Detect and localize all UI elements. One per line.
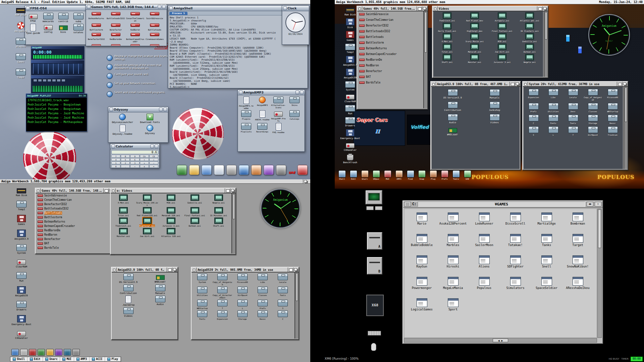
- drawer-file-icon[interactable]: .backdrop: [112, 295, 144, 306]
- x68-tower-icon[interactable]: X68: [366, 295, 384, 316]
- drawer-file-icon[interactable]: Videos: [474, 112, 516, 124]
- drawer-file-icon[interactable]: DirOpus4: [232, 286, 253, 299]
- vertical-scrollbar[interactable]: [294, 273, 299, 339]
- x68-titlebar[interactable]: C: ¥GAMES: [403, 201, 602, 208]
- calculator-key[interactable]: 4: [111, 158, 120, 161]
- drawer-file-icon[interactable]: Rexxc: [603, 113, 623, 124]
- drawer-file-icon[interactable]: S: [273, 299, 293, 309]
- videos-titlebar[interactable]: o: Videos: [111, 188, 235, 193]
- file-icon[interactable]: config: [41, 23, 56, 35]
- x68-program-icon[interactable]: Marbles: [437, 233, 469, 254]
- desktop-icon[interactable]: AmigaOS39: [337, 68, 363, 79]
- playlist-entry[interactable]: PedrJazzCat Pacyma - Boogietown: [26, 107, 87, 111]
- desktop-icon[interactable]: AmigaOS3.9: [337, 55, 363, 66]
- disk-image-icon[interactable]: BatmanReturns: [87, 10, 106, 21]
- x68-program-icon[interactable]: AResshaDeIkou: [562, 276, 593, 297]
- vertical-scrollbar[interactable]: [231, 193, 235, 253]
- playlist-entry[interactable]: 17976155301043_track.wav: [26, 98, 87, 103]
- calculator-key[interactable]: 6: [130, 158, 139, 161]
- setup-item[interactable]: Select and install contributed programs.: [107, 91, 170, 97]
- playlist-entry[interactable]: PedrJazzCat Pacyma - Jazd Machine: [26, 116, 87, 120]
- x68-program-icon[interactable]: Simulators: [500, 276, 531, 297]
- drive-select-label[interactable]: C:: [412, 201, 416, 207]
- zoom-button[interactable]: [150, 144, 154, 148]
- drawer-file-icon[interactable]: T: [212, 299, 232, 309]
- depth-gadget[interactable]: [172, 267, 177, 272]
- amigaamp-main-window[interactable]: AmigaAMP 0:00:00: [31, 46, 85, 60]
- desktop-icon[interactable]: BenchTrash: [337, 153, 363, 164]
- game-list-item[interactable]: Benefactor: [36, 237, 109, 241]
- drawer-file-icon[interactable]: Picasso96: [232, 273, 253, 286]
- game-list-item[interactable]: Battlestorm: [36, 215, 109, 220]
- video-file-icon[interactable]: Shaft.avi: [207, 217, 230, 227]
- video-file-icon[interactable]: Titan.avi: [433, 43, 461, 53]
- scrollbar-thumb[interactable]: [598, 209, 601, 248]
- bl-videos-window[interactable]: o: Videos X-Men.avi Scary_Movie_144.avi: [110, 188, 236, 255]
- playback-controls[interactable]: [31, 78, 84, 82]
- video-file-icon[interactable]: X-Men.avi: [433, 32, 461, 43]
- file-icon[interactable]: AmigaAMP3: [254, 96, 270, 109]
- game-list-item[interactable]: BatmanReturns: [36, 220, 109, 224]
- x68-program-icon[interactable]: SnowNaKibun!: [562, 254, 593, 276]
- desktop-icon[interactable]: Run: [337, 105, 363, 115]
- drawer-file-icon[interactable]: Prefs: [524, 101, 543, 113]
- window-arrows-button[interactable]: [587, 202, 593, 206]
- panel-button[interactable]: [366, 206, 374, 210]
- depth-button[interactable]: [162, 5, 166, 9]
- video-file-icon[interactable]: Scary_Movie.avi: [461, 32, 488, 43]
- launcher-item[interactable]: ACII: [90, 357, 105, 361]
- dock-item[interactable]: Unarc: [360, 170, 370, 180]
- calculator-titlebar[interactable]: Calculator: [110, 144, 159, 149]
- file-icon[interactable]: Playlists: [238, 122, 254, 133]
- video-file-icon[interactable]: MIB.avi: [488, 32, 516, 43]
- file-icon[interactable]: Skins: [286, 96, 303, 109]
- launcher-item[interactable]: AMP3: [74, 357, 90, 361]
- desktop-icon[interactable]: Ram Disk: [9, 186, 34, 197]
- launcher-item[interactable]: Unarc: [43, 357, 60, 361]
- amigaamp-titlebar[interactable]: AmigaAMP: [31, 46, 84, 49]
- drawer-file-icon[interactable]: Rexxc: [253, 309, 273, 320]
- depth-button[interactable]: [300, 90, 304, 94]
- dock-item[interactable]: Shell: [337, 170, 347, 180]
- desktop-icon[interactable]: ClearRAM: [9, 257, 34, 268]
- tr-games-window[interactable]: Games 49% full, 146.5GB free, 148.3GB in…: [357, 6, 428, 110]
- drawer-file-icon[interactable]: Junkshop: [474, 99, 516, 112]
- amiganium-clock[interactable]: Amiganium by Dir: [588, 14, 630, 56]
- game-list-item[interactable]: RedBaronDe: [358, 57, 423, 63]
- drawer-file-icon[interactable]: Copy_of_Amiganium: [583, 87, 603, 101]
- desktop-icon[interactable]: Temp2: [8, 68, 34, 79]
- bl-os39b-window[interactable]: AmigaOS39 3% full, 965.9MB free, 34MB in…: [191, 267, 299, 340]
- file-icon[interactable]: OdysseyLauncher: [109, 113, 136, 124]
- game-list-item[interactable]: RedBaron: [36, 233, 109, 237]
- drawer-file-icon[interactable]: Utilities: [543, 101, 563, 113]
- amidock[interactable]: UAE: [177, 165, 308, 175]
- calculator-key[interactable]: 0: [111, 165, 120, 168]
- disk-image-icon[interactable]: Saint&Greavsie: [145, 10, 164, 21]
- calculator-key[interactable]: +: [140, 162, 149, 165]
- calculator-key[interactable]: CA: [140, 155, 149, 158]
- amigaamp3-window[interactable]: AmigaAMP3 AmigaAMP3.readme AmigaAMP3: [237, 89, 305, 152]
- file-icon[interactable]: subq: [71, 12, 86, 23]
- video-file-icon[interactable]: 15_Minutes.avi: [207, 206, 230, 217]
- video-file-icon[interactable]: Final_Fantasi.avi: [183, 206, 207, 217]
- video-file-icon[interactable]: Jurassic_3.avi: [159, 217, 183, 227]
- disk-image-icon[interactable]: Battlestorm: [87, 21, 106, 31]
- close-gadget[interactable]: [431, 82, 436, 86]
- os39-titlebar[interactable]: AmigaOS3.9 100% full, 0B free, 467.8MB i…: [431, 82, 520, 87]
- drawer-file-icon[interactable]: WHDLoad!: [432, 124, 474, 136]
- playlist-entry[interactable]: PedrJazzCat Pacyma - Jazd Machine: [26, 111, 87, 116]
- disk-image-icon[interactable]: Battletoads: [145, 21, 164, 31]
- drawer-file-icon[interactable]: WBStartup: [192, 299, 212, 309]
- dock-viewer-icon[interactable]: [55, 349, 62, 356]
- game-list-item[interactable]: BatmanReturns: [358, 46, 423, 51]
- dock-editor-icon[interactable]: [189, 165, 199, 175]
- close-gadget[interactable]: [36, 188, 41, 193]
- odyssey-window[interactable]: Odyssey OdysseyLauncher Download Fonts: [108, 107, 168, 143]
- drawer-file-icon[interactable]: Picasso96: [603, 87, 623, 101]
- amigaamp3-titlebar[interactable]: AmigaAMP3: [238, 90, 305, 95]
- drawer-file-icon[interactable]: Storage: [232, 309, 253, 320]
- file-icon[interactable]: bios: [56, 23, 71, 35]
- file-icon[interactable]: AREXX.readme: [254, 109, 270, 122]
- video-file-icon[interactable]: X-Men.avi: [111, 193, 135, 206]
- drawer-file-icon[interactable]: L: [232, 299, 253, 309]
